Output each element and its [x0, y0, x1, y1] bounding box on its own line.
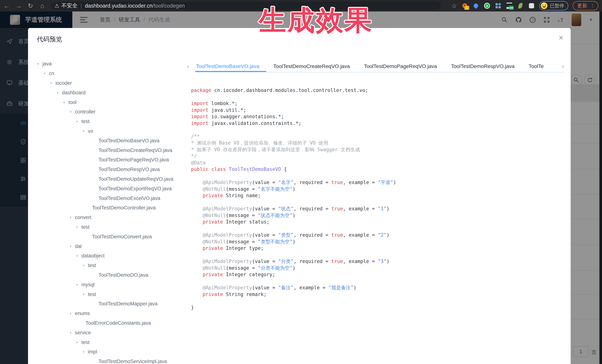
tree-node-folder[interactable]: ▾test: [83, 290, 189, 299]
tree-expand-caret-icon[interactable]: ▾: [76, 225, 81, 229]
tree-expand-caret-icon[interactable]: ▾: [76, 119, 81, 124]
bookmark-star-icon[interactable]: ☆: [452, 2, 457, 10]
tree-expand-caret-icon[interactable]: ▾: [83, 350, 88, 354]
tree-node-folder[interactable]: ▾mysql: [76, 280, 189, 290]
tree-expand-caret-icon[interactable]: ▾: [76, 283, 81, 287]
tabs-next-icon[interactable]: ›: [562, 63, 564, 70]
tabs-prev-icon[interactable]: ‹: [187, 63, 189, 70]
tree-expand-caret-icon[interactable]: ▾: [83, 263, 88, 268]
tree-node-file[interactable]: ToolTestDemoCreateReqVO.java: [93, 146, 189, 155]
tree-node-label: cn: [49, 71, 54, 76]
file-tab[interactable]: ToolTestDemoRespVO.java: [444, 61, 522, 72]
tree-node-folder[interactable]: ▾controller: [70, 107, 189, 117]
tree-node-file[interactable]: ToolTestDemoMapper.java: [93, 299, 189, 309]
tree-node-label: ToolTestDemoCreateReqVO.java: [98, 147, 172, 153]
paused-label: 已暂停: [550, 3, 564, 9]
tree-node-file[interactable]: ToolTestDemoController.java: [87, 203, 189, 213]
address-bar[interactable]: ⚠ 不安全 | dashboard.yudao.iocoder.cn/tool/…: [50, 2, 441, 10]
tree-expand-caret-icon[interactable]: ▾: [63, 100, 68, 104]
tree-node-label: mysql: [81, 282, 95, 288]
tree-expand-caret-icon[interactable]: ▾: [70, 331, 75, 335]
tree-expand-caret-icon[interactable]: ▾: [83, 292, 88, 297]
tree-node-label: ToolTestDemoController.java: [92, 205, 156, 211]
tree-node-file[interactable]: ToolTestDemoBaseVO.java: [93, 136, 189, 146]
tree-node-folder[interactable]: ▾iocoder: [50, 78, 189, 88]
tree-node-folder[interactable]: ▾dataobject: [76, 251, 189, 261]
grid-extension-icon[interactable]: [495, 2, 502, 9]
drop-extension-icon[interactable]: [473, 2, 479, 9]
tree-node-label: ToolTestDemoUpdateReqVO.java: [98, 176, 173, 182]
code-line: @NotNull(message = "分类不能为空"): [191, 265, 560, 271]
tree-node-file[interactable]: ToolTestDemoUpdateReqVO.java: [93, 174, 189, 184]
code-line: @ApiModelProperty(value = "分类", required…: [191, 258, 560, 265]
tree-expand-caret-icon[interactable]: ▾: [70, 215, 75, 220]
tree-node-folder[interactable]: ▾dal: [70, 241, 189, 251]
close-icon[interactable]: ×: [559, 34, 563, 42]
not-secure-label[interactable]: 不安全: [61, 2, 77, 10]
ubuntu-extension-icon[interactable]: 1: [462, 2, 468, 9]
browser-scrollbar[interactable]: [599, 11, 602, 364]
tree-node-folder[interactable]: ▾test: [83, 261, 189, 270]
tree-node-label: convert: [75, 215, 91, 220]
code-line: [191, 127, 560, 133]
tree-node-file[interactable]: ToolErrorCodeConstants.java: [80, 318, 189, 328]
back-icon[interactable]: ←: [1, 0, 12, 11]
tree-node-folder[interactable]: ▾tool: [63, 97, 189, 107]
tree-expand-caret-icon[interactable]: ▾: [83, 129, 88, 133]
tree-expand-caret-icon[interactable]: ▾: [70, 110, 75, 114]
file-tab[interactable]: ToolTestDemoBaseVO.java: [195, 61, 266, 72]
browser-menu-icon[interactable]: ⋮: [590, 3, 595, 9]
tree-expand-caret-icon[interactable]: ▾: [76, 340, 81, 344]
tree-node-folder[interactable]: ▾cn: [44, 69, 189, 78]
tree-expand-caret-icon[interactable]: ▾: [76, 254, 81, 258]
code-line: /**: [191, 133, 560, 140]
tree-node-label: impl: [88, 349, 97, 355]
plant-extension-icon[interactable]: [517, 2, 524, 9]
tree-node-file[interactable]: ToolTestDemoPageReqVO.java: [93, 155, 189, 165]
code-line: import io.swagger.annotations.*;: [191, 114, 560, 120]
tree-node-file[interactable]: ToolTestDemoConvert.java: [87, 232, 189, 241]
tree-node-file[interactable]: ToolTestDemoExportReqVO.java: [93, 184, 189, 194]
not-secure-warning-icon[interactable]: ⚠: [54, 3, 59, 9]
tree-node-label: tool: [68, 100, 77, 105]
tree-node-file[interactable]: ToolTestDemoRespVO.java: [93, 165, 189, 174]
tree-node-folder[interactable]: ▾impl: [83, 347, 189, 357]
home-icon[interactable]: ⌂: [37, 0, 47, 11]
tree-node-folder[interactable]: ▾java: [37, 59, 189, 69]
tree-node-folder[interactable]: ▾convert: [70, 213, 189, 222]
tree-expand-caret-icon[interactable]: ▾: [70, 311, 75, 316]
check-extension-icon[interactable]: v: [484, 2, 490, 9]
tree-node-file[interactable]: ToolTestDemoExcelVO.java: [93, 194, 189, 203]
tree-node-label: ToolTestDemoRespVO.java: [98, 166, 160, 172]
reload-icon[interactable]: ↻: [25, 0, 36, 11]
code-line: private Integer status;: [191, 219, 560, 225]
puzzle-extension-icon[interactable]: [528, 2, 535, 9]
tree-expand-caret-icon[interactable]: ▾: [70, 244, 75, 249]
file-tab[interactable]: ToolTestDemoPageReqVO.java: [357, 61, 444, 72]
profile-paused-pill[interactable]: 已暂停: [539, 1, 568, 10]
tree-node-folder[interactable]: ▾enums: [70, 309, 189, 318]
forward-icon[interactable]: →: [13, 0, 24, 11]
tree-node-folder[interactable]: ▾test: [76, 117, 189, 126]
list-extension-icon[interactable]: on: [506, 2, 513, 9]
tree-node-folder[interactable]: ▾test: [76, 337, 189, 347]
tree-node-folder[interactable]: ▾dashboard: [57, 88, 189, 97]
code-line: [191, 199, 560, 206]
tree-expand-caret-icon[interactable]: ▾: [44, 71, 49, 76]
file-tab[interactable]: ToolTestDemoCreateReqVO.java: [266, 61, 357, 72]
chrome-update-button[interactable]: 更新 ⋮: [573, 1, 598, 10]
code-line: private String remark;: [191, 291, 560, 298]
tree-node-file[interactable]: ToolTestDemoDO.java: [93, 270, 189, 280]
tree-node-label: ToolTestDemoExcelVO.java: [98, 196, 160, 201]
tree-node-folder[interactable]: ▾vo: [83, 126, 189, 136]
tree-expand-caret-icon[interactable]: ▾: [37, 62, 43, 66]
tree-node-label: dashboard: [62, 90, 86, 96]
tree-node-folder[interactable]: ▾service: [70, 328, 189, 337]
tree-node-file[interactable]: ToolTestDemoServiceImpl.java: [93, 357, 189, 364]
file-tab[interactable]: ToolTe: [522, 61, 551, 72]
tree-node-folder[interactable]: ▾test: [76, 222, 189, 232]
tree-expand-caret-icon[interactable]: ▾: [50, 81, 55, 85]
tree-expand-caret-icon[interactable]: ▾: [57, 91, 62, 95]
code-line: */: [191, 153, 560, 160]
tree-node-label: test: [81, 224, 90, 230]
